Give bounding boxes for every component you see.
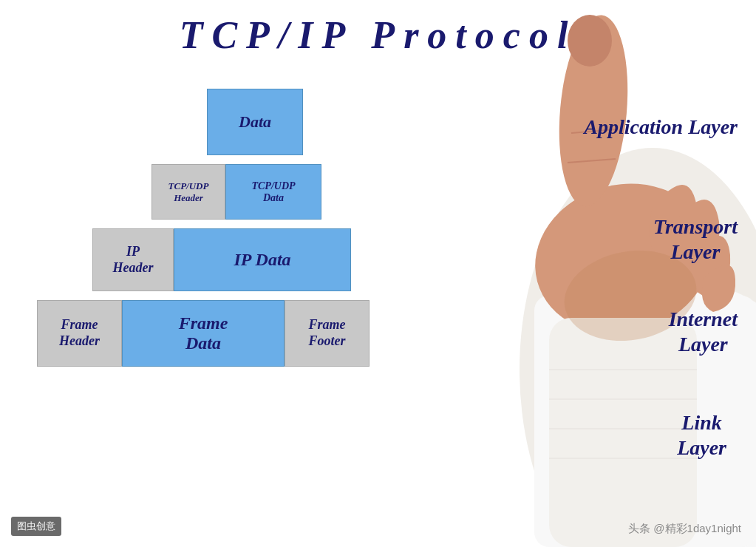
transport-data-block: TCP/UDPData (225, 164, 321, 220)
app-data-block: Data (207, 89, 303, 155)
internet-layer-label: InternetLayer (669, 307, 738, 356)
hand-illustration (372, 0, 756, 547)
transport-layer-label: TransportLayer (653, 214, 738, 264)
frame-header-block: FrameHeader (37, 300, 122, 367)
watermark-logo: 图虫创意 (11, 517, 61, 536)
frame-data-block: FrameData (122, 300, 285, 367)
link-layer-row: FrameHeader FrameData FrameFooter (37, 300, 370, 367)
internet-layer-row: IPHeader IP Data (92, 228, 370, 291)
application-layer-row: Data (207, 89, 370, 155)
frame-footer-block: FrameFooter (285, 300, 370, 367)
watermark-author: 头条 @精彩1day1night (628, 522, 741, 536)
transport-header-block: TCP/UDPHeader (151, 164, 225, 220)
ip-header-block: IPHeader (92, 228, 174, 291)
link-layer-label: LinkLayer (677, 410, 726, 460)
protocol-diagram: Data TCP/UDPHeader TCP/UDPData IPHeader … (37, 89, 370, 367)
ip-data-block: IP Data (174, 228, 351, 291)
application-layer-label: Application Layer (584, 115, 738, 140)
page-title: TCP/IP Protocol (0, 13, 756, 57)
transport-layer-row: TCP/UDPHeader TCP/UDPData (151, 164, 370, 220)
